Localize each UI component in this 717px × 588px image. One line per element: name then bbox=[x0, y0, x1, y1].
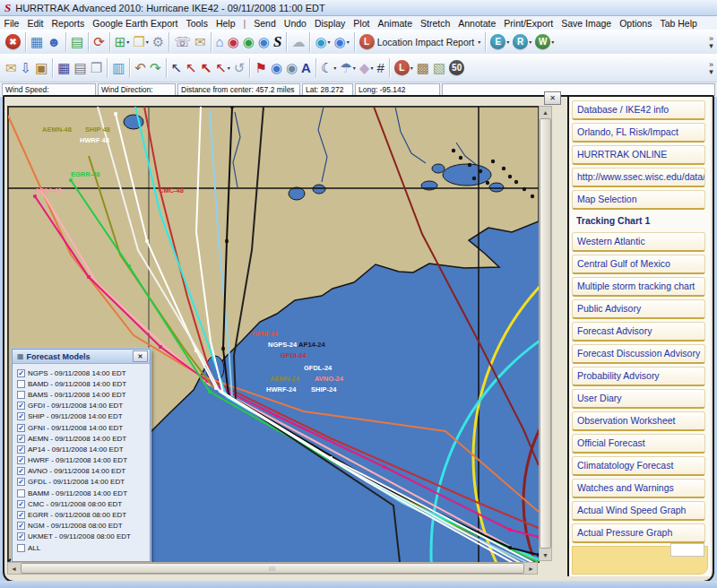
sidebar-item-hurrtrak-online[interactable]: HURRTRAK ONLINE bbox=[572, 145, 705, 165]
menu-item-annotate[interactable]: Annotate bbox=[454, 18, 500, 29]
model-checkbox-ngps[interactable]: ✓ bbox=[17, 369, 25, 377]
model-checkbox-gfdl[interactable]: ✓ bbox=[17, 478, 25, 486]
hurricane-flag-button[interactable]: ⚑ bbox=[253, 57, 268, 79]
report-window-button[interactable]: ▤ bbox=[69, 31, 85, 53]
refresh-data-button[interactable]: ⟳ bbox=[91, 31, 107, 53]
model-checkbox-bamm[interactable] bbox=[17, 489, 25, 497]
menu-item-undo[interactable]: Undo bbox=[280, 18, 310, 29]
toolbar-overflow-button[interactable]: »▾ bbox=[709, 35, 717, 49]
model-checkbox-ngm[interactable]: ✓ bbox=[17, 522, 25, 530]
scroll-up-button[interactable]: ▲ bbox=[540, 107, 551, 117]
menu-item-send[interactable]: Send bbox=[250, 18, 281, 29]
category-moon-button[interactable]: ☾▾ bbox=[319, 57, 338, 79]
track-arrow-blue-button[interactable]: ↖ bbox=[169, 57, 185, 79]
undo-button[interactable]: ↶ bbox=[133, 57, 148, 79]
print-button[interactable]: ▤ bbox=[73, 57, 89, 79]
panel-close-button[interactable]: ✕ bbox=[133, 350, 148, 362]
forecast-models-titlebar[interactable]: ▦ Forecast Models ✕ bbox=[13, 350, 150, 364]
redo-button[interactable]: ↷ bbox=[148, 57, 163, 79]
menu-item-edit[interactable]: Edit bbox=[23, 18, 48, 29]
user-profile-button[interactable]: ☻ bbox=[45, 31, 63, 53]
sidebar-item-western-atlantic[interactable]: Western Atlantic bbox=[572, 232, 705, 252]
globe-weather-button[interactable]: ◉▾ bbox=[313, 31, 332, 53]
sidebar-item-user-diary[interactable]: User Diary bbox=[572, 389, 705, 409]
globe-lightning-button[interactable]: ◉ bbox=[256, 31, 272, 53]
model-checkbox-all[interactable] bbox=[17, 544, 25, 552]
menu-item-save-image[interactable]: Save Image bbox=[557, 18, 616, 29]
milestone-diamond-button[interactable]: ◆▾ bbox=[358, 57, 376, 79]
track-arrow-red-bold-button[interactable]: ↖ bbox=[199, 57, 214, 79]
model-checkbox-aemn[interactable]: ✓ bbox=[17, 435, 25, 443]
model-checkbox-bams[interactable] bbox=[17, 391, 25, 399]
mail-export-button[interactable]: ✉ bbox=[4, 57, 19, 79]
model-checkbox-bamd[interactable] bbox=[17, 380, 25, 388]
globe-capitol-button[interactable]: ◉ bbox=[284, 57, 299, 79]
model-checkbox-gfni[interactable]: ✓ bbox=[17, 424, 25, 432]
sidebar-item-map-selection[interactable]: Map Selection bbox=[572, 190, 705, 210]
menu-item-google-earth-export[interactable]: Google Earth Export bbox=[89, 18, 182, 29]
fax-report-button[interactable]: ☏ bbox=[172, 31, 193, 53]
send-mail-button[interactable]: ✉ bbox=[193, 31, 208, 53]
grid-numbers-button[interactable]: # bbox=[375, 57, 385, 79]
google-earth-image-button[interactable]: ▥ bbox=[110, 57, 126, 79]
sidebar-item-public-advisory[interactable]: Public Advisory bbox=[572, 299, 705, 319]
sidebar-item-central-gulf-of-mexico[interactable]: Central Gulf of Mexico bbox=[572, 255, 705, 274]
model-checkbox-gfdi[interactable]: ✓ bbox=[17, 402, 25, 410]
archive-tray-button[interactable]: ▣ bbox=[33, 57, 49, 79]
model-checkbox-cmc[interactable]: ✓ bbox=[17, 500, 25, 508]
globe-green-button[interactable]: ◉ bbox=[241, 31, 256, 53]
copy-button[interactable]: ❐ bbox=[89, 57, 104, 79]
menu-item-tools[interactable]: Tools bbox=[182, 18, 212, 29]
location-l-button[interactable]: L▾ bbox=[393, 57, 415, 79]
sidebar-item-climatatology-forecast[interactable]: Climatatology Forecast bbox=[572, 456, 705, 476]
app-settings-button[interactable]: ▦ bbox=[29, 31, 45, 53]
scroll-right-button[interactable]: ► bbox=[525, 563, 537, 574]
track-arrow-red-button[interactable]: ↖ bbox=[184, 57, 199, 79]
menu-item-stretch[interactable]: Stretch bbox=[416, 18, 454, 29]
menu-item-reports[interactable]: Reports bbox=[48, 18, 89, 29]
sidebar-item-forecast-discussion-advisory[interactable]: Forecast Discussion Advisory bbox=[572, 344, 705, 364]
close-button[interactable]: ✖ bbox=[4, 31, 22, 53]
model-checkbox-ukmet[interactable]: ✓ bbox=[17, 532, 25, 540]
save-button[interactable]: ▦ bbox=[56, 57, 72, 79]
noaa-site-button[interactable]: ◉ bbox=[226, 31, 241, 53]
open-folder-button[interactable]: ❐▾ bbox=[131, 31, 150, 53]
replay-track-button[interactable]: ↺ bbox=[232, 57, 247, 79]
model-checkbox-ap14[interactable]: ✓ bbox=[17, 445, 25, 454]
menu-item-display[interactable]: Display bbox=[310, 18, 349, 29]
model-checkbox-avno[interactable]: ✓ bbox=[17, 467, 25, 475]
us-map-button[interactable]: ▩ bbox=[415, 57, 431, 79]
menu-item-print-export[interactable]: Print/Export bbox=[500, 18, 557, 29]
chart-add-button[interactable]: ⊞▾ bbox=[113, 31, 132, 53]
menu-item-animate[interactable]: Animate bbox=[374, 18, 417, 29]
route-50-button[interactable]: 50 bbox=[447, 57, 466, 79]
hurricane-symbol-button[interactable]: S bbox=[272, 31, 283, 53]
model-checkbox-egrr[interactable]: ✓ bbox=[17, 511, 25, 519]
sidebar-item-actual-wind-speed-graph[interactable]: Actual Wind Speed Graph bbox=[572, 501, 705, 521]
menu-item-tab-help[interactable]: Tab Help bbox=[656, 18, 701, 29]
sidebar-item-forecast-advisory[interactable]: Forecast Advisory bbox=[572, 322, 705, 342]
menu-item-help[interactable]: Help bbox=[212, 18, 239, 29]
sidebar-item-multiple-storm-tracking-chart[interactable]: Multiple storm tracking chart bbox=[572, 277, 705, 297]
sidebar-item-actual-pressure-graph[interactable]: Actual Pressure Graph bbox=[572, 523, 705, 543]
horizontal-scroll-thumb[interactable]: ||| bbox=[21, 563, 524, 574]
map-horizontal-scrollbar[interactable]: ◄ ||| ► bbox=[7, 562, 538, 575]
google-earth-kml-button[interactable]: ◉▾ bbox=[333, 31, 351, 53]
home-image-button[interactable]: ⌂ bbox=[214, 31, 226, 53]
sidebar-item-observation-worksheet[interactable]: Observation Worksheet bbox=[572, 411, 705, 431]
menu-item-options[interactable]: Options bbox=[616, 18, 656, 29]
process-gear-button[interactable]: ⚙ bbox=[151, 31, 166, 53]
track-arrow-red-alt-button[interactable]: ↖▾ bbox=[213, 57, 232, 79]
location-impact-report-button[interactable]: LLocation Impact Report▾ bbox=[358, 31, 483, 53]
scroll-down-button[interactable]: ▼ bbox=[540, 549, 551, 560]
sidebar-item-database-ike42-info[interactable]: Database / IKE42 info bbox=[572, 100, 705, 120]
scroll-left-button[interactable]: ◄ bbox=[8, 563, 20, 574]
map-close-button[interactable]: ✕ bbox=[544, 91, 561, 105]
toolbar-overflow-button[interactable]: »▾ bbox=[709, 61, 717, 75]
w-report-button[interactable]: W▾ bbox=[533, 31, 556, 53]
rain-cloud-button[interactable]: ☁ bbox=[289, 31, 307, 53]
model-checkbox-ship[interactable]: ✓ bbox=[17, 412, 25, 420]
sidebar-item-official-forecast[interactable]: Official Forecast bbox=[572, 434, 705, 454]
menu-item-file[interactable]: File bbox=[0, 18, 23, 29]
r-report-button[interactable]: R▾ bbox=[511, 31, 533, 53]
